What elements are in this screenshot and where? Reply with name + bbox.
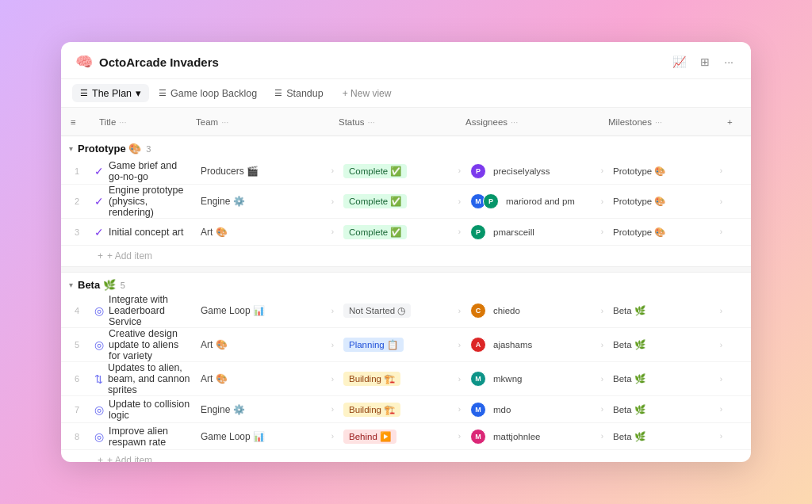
table-row[interactable]: 4 ◎ Integrate with Leaderboard Service G… xyxy=(61,294,751,328)
cell-arrow: › xyxy=(601,227,603,236)
cell-arrow: › xyxy=(331,341,334,349)
tab-game-loop-label: Game loop Backlog xyxy=(170,88,257,99)
cell-status: Complete ✅ › xyxy=(339,225,465,239)
cell-arrow: › xyxy=(331,166,334,175)
col-status-more[interactable]: ··· xyxy=(368,117,375,127)
add-item-icon: + xyxy=(98,455,103,462)
cell-arrow: › xyxy=(458,227,461,236)
avatar: M xyxy=(470,402,486,418)
team-value: Art 🎨 xyxy=(201,339,228,350)
cell-arrow: › xyxy=(331,197,334,206)
tab-bar: ☰ The Plan ▾ ☰ Game loop Backlog ☰ Stand… xyxy=(61,79,751,108)
add-column-icon[interactable]: + xyxy=(727,117,733,127)
cell-milestone: Beta 🌿 › xyxy=(608,305,727,316)
col-title-more[interactable]: ··· xyxy=(119,117,126,127)
status-badge: Complete ✅ xyxy=(343,194,407,208)
cell-arrow: › xyxy=(331,227,334,236)
row-title-text: Game brief and go-no-go xyxy=(109,160,191,182)
group-prototype-toggle[interactable]: ▾ xyxy=(69,144,73,153)
cell-arrow: › xyxy=(458,432,461,441)
table-row[interactable]: 7 ◎ Update to collision logic Engine ⚙️ … xyxy=(61,396,751,423)
cell-arrow: › xyxy=(720,341,722,349)
table-row[interactable]: 8 ◎ Improve alien respawn rate Game Loop… xyxy=(61,423,751,450)
col-milestones-label: Milestones xyxy=(608,117,652,127)
cell-arrow: › xyxy=(601,375,603,384)
cell-milestone: Prototype 🎨 › xyxy=(608,166,727,177)
cell-arrow: › xyxy=(720,166,722,175)
cell-milestone: Prototype 🎨 › xyxy=(608,196,727,207)
assignee-name: mkwng xyxy=(493,374,522,384)
cell-status: Complete ✅ › xyxy=(339,194,465,208)
col-assignees: Assignees ··· xyxy=(461,117,603,127)
group-prototype-header: ▾ Prototype 🎨 3 xyxy=(61,136,751,158)
title-bar: 🧠 OctoArcade Invaders 📈 ⊞ ··· xyxy=(61,42,751,79)
cell-assignees: M mkwng › xyxy=(465,371,608,387)
col-milestones-more[interactable]: ··· xyxy=(655,117,662,127)
col-team: Team ··· xyxy=(191,117,334,127)
title-bar-right: 📈 ⊞ ··· xyxy=(669,54,737,70)
status-icon: ◎ xyxy=(94,430,104,443)
table-row[interactable]: 1 ✓ Game brief and go-no-go Producers 🎬 … xyxy=(61,158,751,185)
tab-game-loop-icon: ☰ xyxy=(159,88,167,98)
row-title: ✓ Engine prototype (physics, rendering) xyxy=(90,185,196,218)
add-item-beta[interactable]: + + Add item xyxy=(61,450,751,462)
tab-dropdown-icon[interactable]: ▾ xyxy=(136,87,141,99)
cell-assignees: M mattjohnlee › xyxy=(465,429,608,445)
row-title: ◎ Integrate with Leaderboard Service xyxy=(90,294,196,327)
cell-arrow: › xyxy=(331,375,334,384)
app-icon: 🧠 xyxy=(75,53,93,71)
group-beta-title: Beta 🌿 5 xyxy=(78,279,125,291)
more-icon[interactable]: ··· xyxy=(721,54,737,70)
table-row[interactable]: 6 ⇅ Updates to alien, beam, and cannon s… xyxy=(61,362,751,396)
new-view-button[interactable]: + New view xyxy=(336,85,398,102)
group-prototype-count: 3 xyxy=(146,144,151,154)
group-beta-toggle[interactable]: ▾ xyxy=(69,281,73,289)
avatar-group: M xyxy=(470,429,486,445)
milestone-badge: Prototype 🎨 xyxy=(613,227,665,238)
team-value: Engine ⚙️ xyxy=(201,404,245,415)
avatar-group: M xyxy=(470,371,486,387)
assignee-name: mattjohnlee xyxy=(493,432,540,441)
cell-status: Building 🏗️ › xyxy=(339,372,465,386)
cell-team: Producers 🎬 › xyxy=(196,166,339,177)
table-row[interactable]: 2 ✓ Engine prototype (physics, rendering… xyxy=(61,185,751,219)
milestone-badge: Prototype 🎨 xyxy=(613,166,665,177)
cell-milestone: Beta 🌿 › xyxy=(608,373,727,384)
cell-status: Building 🏗️ › xyxy=(339,403,465,417)
col-assignees-more[interactable]: ··· xyxy=(511,117,518,127)
grid-icon[interactable]: ⊞ xyxy=(697,54,713,70)
row-title-text: Update to collision logic xyxy=(109,399,191,421)
chart-icon[interactable]: 📈 xyxy=(669,54,689,70)
assignee-name: preciselyalyss xyxy=(493,166,550,176)
milestone-badge: Beta 🌿 xyxy=(613,404,645,415)
col-add[interactable]: + xyxy=(722,117,746,127)
avatar-group: M P xyxy=(470,193,499,209)
cell-arrow: › xyxy=(458,166,461,175)
tab-standup[interactable]: ☰ Standup xyxy=(266,85,331,102)
group-beta-header: ▾ Beta 🌿 5 xyxy=(61,273,751,294)
status-badge: Complete ✅ xyxy=(343,164,407,178)
cell-assignees: P pmarsceill › xyxy=(465,224,608,240)
filter-icon[interactable]: ≡ xyxy=(71,117,76,127)
table-row[interactable]: 3 ✓ Initial concept art Art 🎨 › Complete… xyxy=(61,219,751,246)
row-title: ✓ Game brief and go-no-go xyxy=(90,160,196,182)
row-title-text: Initial concept art xyxy=(109,227,191,238)
app-window: 🧠 OctoArcade Invaders 📈 ⊞ ··· ☰ The Plan… xyxy=(61,42,751,462)
row-num: 1 xyxy=(61,166,90,176)
cell-arrow: › xyxy=(331,432,334,441)
avatar: A xyxy=(470,337,486,353)
cell-arrow: › xyxy=(458,375,461,384)
tab-game-loop-backlog[interactable]: ☰ Game loop Backlog xyxy=(151,85,265,102)
add-item-prototype[interactable]: + + Add item xyxy=(61,246,751,266)
status-icon: ◎ xyxy=(94,403,104,416)
row-num: 3 xyxy=(61,227,90,237)
cell-arrow: › xyxy=(720,307,722,315)
status-icon: ✓ xyxy=(94,226,104,239)
cell-milestone: Prototype 🎨 › xyxy=(608,227,727,238)
tab-the-plan[interactable]: ☰ The Plan ▾ xyxy=(72,84,149,102)
tab-standup-icon: ☰ xyxy=(274,88,282,98)
table-row[interactable]: 5 ◎ Creative design update to aliens for… xyxy=(61,328,751,362)
col-status-label: Status xyxy=(339,117,365,127)
app-title: OctoArcade Invaders xyxy=(99,55,219,69)
col-team-more[interactable]: ··· xyxy=(221,117,228,127)
